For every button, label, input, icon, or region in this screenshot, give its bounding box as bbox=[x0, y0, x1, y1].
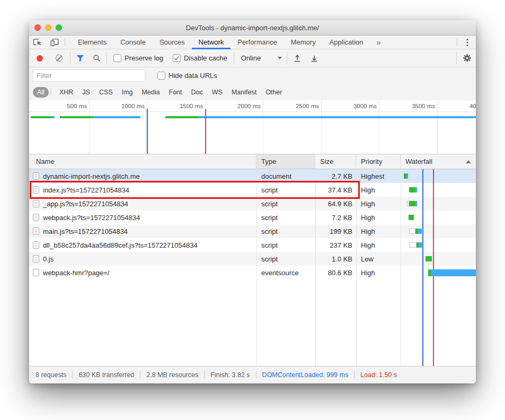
table-row[interactable]: main.js?ts=1572271054834script199 KBHigh bbox=[29, 224, 476, 238]
filter-pill-doc[interactable]: Doc bbox=[187, 87, 207, 98]
separator bbox=[70, 52, 70, 64]
network-settings-button[interactable] bbox=[458, 49, 476, 67]
filter-pill-css[interactable]: CSS bbox=[95, 87, 117, 98]
disable-cache-checkbox[interactable] bbox=[173, 54, 181, 62]
column-separator bbox=[315, 169, 316, 366]
status-item: 2.8 MB resources bbox=[146, 371, 198, 379]
tab-performance[interactable]: Performance bbox=[231, 36, 283, 49]
column-header-waterfall[interactable]: Waterfall bbox=[401, 154, 476, 169]
sort-ascending-icon bbox=[466, 160, 471, 163]
waterfall-bar bbox=[431, 269, 476, 276]
tab-network[interactable]: Network bbox=[192, 36, 231, 49]
disable-cache-control: Disable cache bbox=[173, 54, 227, 62]
waterfall-bar bbox=[418, 229, 422, 234]
devtools-menu-button[interactable] bbox=[459, 36, 476, 49]
filter-pill-manifest[interactable]: Manifest bbox=[227, 87, 261, 98]
filter-pill-media[interactable]: Media bbox=[137, 87, 164, 98]
ruler-tick-label: 3000 ms bbox=[321, 103, 377, 109]
separator bbox=[107, 52, 107, 64]
column-header-priority[interactable]: Priority bbox=[356, 154, 401, 169]
priority-cell: High bbox=[356, 224, 401, 238]
inspect-element-button[interactable] bbox=[29, 36, 46, 49]
column-header-name[interactable]: Name bbox=[29, 154, 256, 169]
column-label: Priority bbox=[361, 158, 382, 165]
status-item: 630 KB transferred bbox=[78, 371, 134, 379]
filter-pill-xhr[interactable]: XHR bbox=[55, 87, 77, 98]
zoom-window-button[interactable] bbox=[56, 24, 62, 31]
request-name: webpack-hmr?page=/ bbox=[43, 269, 109, 277]
filter-pill-ws[interactable]: WS bbox=[208, 87, 227, 98]
screenshot-stage: DevTools - dynamic-import-nextjs.glitch.… bbox=[0, 0, 505, 420]
column-header-type[interactable]: Type bbox=[256, 154, 315, 169]
window-titlebar: DevTools - dynamic-import-nextjs.glitch.… bbox=[29, 20, 476, 36]
table-row[interactable]: _app.js?ts=1572271054834script64.9 KBHig… bbox=[29, 197, 476, 211]
throttling-select[interactable]: Online bbox=[241, 54, 282, 62]
filter-pill-all[interactable]: All bbox=[33, 87, 49, 98]
close-window-button[interactable] bbox=[34, 24, 41, 31]
domcontentloaded-line bbox=[422, 169, 423, 366]
filter-row: Hide data URLs bbox=[29, 67, 476, 84]
size-cell: 237 KB bbox=[315, 238, 356, 252]
name-cell: _app.js?ts=1572271054834 bbox=[29, 197, 256, 211]
tab-application[interactable]: Application bbox=[323, 36, 370, 49]
waterfall-bar bbox=[406, 173, 408, 179]
size-cell: 199 KB bbox=[315, 224, 356, 238]
status-bar: 8 requests630 KB transferred2.8 MB resou… bbox=[29, 366, 476, 383]
table-row[interactable]: dynamic-import-nextjs.glitch.medocument2… bbox=[29, 169, 476, 183]
export-har-button[interactable] bbox=[306, 49, 323, 67]
waterfall-bar bbox=[409, 242, 417, 248]
record-network-log-button[interactable] bbox=[37, 55, 43, 62]
overview-waterfall-bar bbox=[165, 116, 199, 118]
tab-elements[interactable]: Elements bbox=[71, 36, 113, 49]
tab-sources[interactable]: Sources bbox=[153, 36, 192, 49]
window-title: DevTools - dynamic-import-nextjs.glitch.… bbox=[29, 24, 476, 32]
name-cell: 0.js bbox=[29, 252, 256, 266]
preserve-log-control: Preserve log bbox=[113, 54, 163, 62]
priority-cell: High bbox=[356, 266, 401, 279]
filter-toggle-button[interactable] bbox=[72, 49, 88, 67]
ruler-tick-label: 4000 ms bbox=[437, 103, 476, 109]
filter-input[interactable] bbox=[33, 69, 145, 82]
waterfall-cell bbox=[401, 266, 476, 279]
hide-data-urls-checkbox[interactable] bbox=[157, 72, 165, 80]
column-header-size[interactable]: Size bbox=[315, 154, 356, 169]
filter-pill-font[interactable]: Font bbox=[165, 87, 187, 98]
ruler-tick-label: 2500 ms bbox=[263, 103, 319, 109]
clear-network-log-button[interactable] bbox=[56, 55, 63, 62]
import-har-button[interactable] bbox=[289, 49, 306, 67]
name-cell: webpack-hmr?page=/ bbox=[29, 266, 256, 279]
table-row[interactable]: webpack.js?ts=1572271054834script7.2 KBH… bbox=[29, 211, 476, 224]
status-item: Finish: 3.82 s bbox=[210, 371, 250, 379]
minimize-window-button[interactable] bbox=[45, 24, 51, 31]
more-tabs-button[interactable]: » bbox=[370, 36, 387, 49]
inspect-cursor-icon bbox=[33, 38, 42, 47]
size-cell: 37.4 KB bbox=[315, 183, 356, 197]
table-row[interactable]: webpack-hmr?page=/eventsource80.6 KBHigh bbox=[29, 266, 476, 279]
overview-pane[interactable]: 500 ms1000 ms1500 ms2000 ms2500 ms3000 m… bbox=[29, 100, 476, 154]
hide-data-urls-label: Hide data URLs bbox=[169, 72, 217, 80]
kebab-menu-icon bbox=[466, 38, 468, 47]
filter-pill-js[interactable]: JS bbox=[78, 87, 94, 98]
size-cell: 2.7 KB bbox=[315, 169, 356, 183]
search-button[interactable] bbox=[88, 49, 105, 67]
preserve-log-checkbox[interactable] bbox=[113, 54, 121, 62]
search-icon bbox=[93, 54, 101, 62]
tab-console[interactable]: Console bbox=[113, 36, 153, 49]
table-row[interactable]: index.js?ts=1572271054834script37.4 KBHi… bbox=[29, 183, 476, 197]
table-row[interactable]: dll_b58c257da4aa56d89cef.js?ts=157227105… bbox=[29, 238, 476, 252]
overview-waterfall-bar bbox=[199, 116, 476, 118]
status-separator bbox=[204, 371, 205, 379]
priority-cell: High bbox=[356, 211, 401, 224]
waterfall-bar bbox=[415, 201, 417, 206]
filter-pill-other[interactable]: Other bbox=[261, 87, 286, 98]
size-cell: 64.9 KB bbox=[315, 197, 356, 211]
ruler-tick-label: 500 ms bbox=[31, 103, 87, 109]
tab-strip: ElementsConsoleSourcesNetworkPerformance… bbox=[71, 36, 370, 49]
priority-cell: High bbox=[356, 238, 401, 252]
table-row[interactable]: 0.jsscript1.0 KBLow bbox=[29, 252, 476, 266]
device-toolbar-button[interactable] bbox=[46, 36, 63, 49]
filter-pill-img[interactable]: Img bbox=[118, 87, 137, 98]
tab-memory[interactable]: Memory bbox=[284, 36, 323, 49]
waterfall-cell bbox=[401, 252, 476, 266]
traffic-lights bbox=[34, 24, 62, 31]
